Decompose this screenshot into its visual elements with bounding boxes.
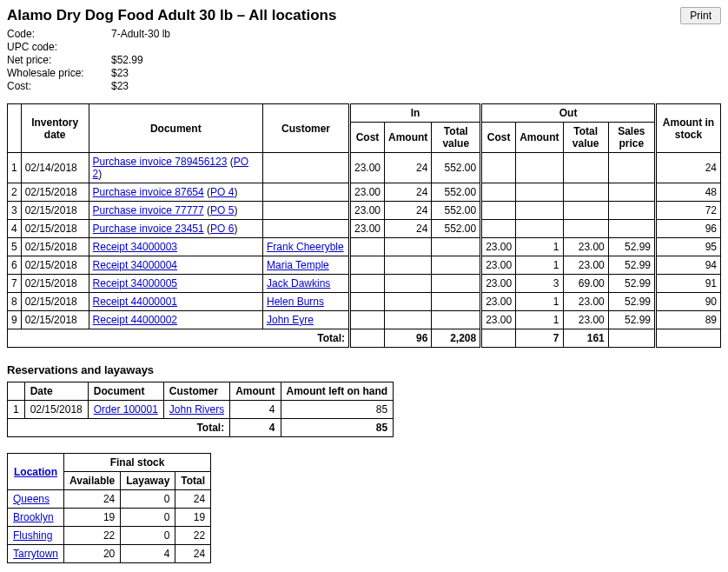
upc-label: UPC code:: [7, 41, 111, 54]
table-row: 302/15/2018Purchase invoice 77777 (PO 5)…: [8, 202, 721, 220]
res-document-cell: Order 100001: [88, 401, 163, 419]
col-layaway: Layaway: [121, 472, 175, 490]
in-total: [432, 238, 481, 256]
out-amount: 3: [516, 275, 563, 293]
row-num: 4: [8, 220, 22, 238]
inventory-table: Inventory date Document Customer In Out …: [7, 103, 721, 348]
in-cost: [349, 293, 384, 311]
in-amount: [385, 238, 432, 256]
document-link[interactable]: Receipt 34000004: [93, 259, 177, 271]
sales-price: [608, 220, 655, 238]
customer-cell: Jack Dawkins: [262, 275, 349, 293]
po-link[interactable]: PO 4: [210, 186, 234, 198]
customer-link[interactable]: Frank Cheeryble: [267, 241, 344, 253]
col-customer: Customer: [262, 104, 349, 153]
amount-in-stock: 24: [656, 153, 721, 183]
col-finalstock: Final stock: [64, 454, 211, 472]
table-row: 802/15/2018Receipt 44000001Helen Burns23…: [8, 293, 721, 311]
document-link[interactable]: Purchase invoice 789456123: [93, 156, 228, 168]
in-total: 552.00: [432, 183, 481, 202]
final-total: 24: [175, 490, 211, 509]
inventory-date: 02/15/2018: [21, 183, 89, 202]
customer-link[interactable]: John Eyre: [267, 314, 314, 326]
row-num: 3: [8, 202, 22, 220]
table-row: 102/15/2018Order 100001John Rivers485: [8, 401, 394, 419]
document-link[interactable]: Purchase invoice 87654: [93, 186, 204, 198]
location-cell: Brooklyn: [8, 509, 64, 527]
po-link[interactable]: PO 5: [210, 204, 234, 216]
row-num: 1: [8, 153, 22, 183]
location-link[interactable]: Brooklyn: [13, 511, 54, 523]
in-amount: [385, 311, 432, 329]
po-link[interactable]: PO 6: [210, 223, 234, 235]
out-total: 23.00: [563, 238, 608, 256]
out-amount: 1: [516, 238, 563, 256]
in-total: 552.00: [432, 153, 481, 183]
in-cost: [349, 256, 384, 275]
cost-value: $23: [111, 80, 129, 93]
final-available: 22: [64, 527, 121, 545]
document-link[interactable]: Receipt 34000003: [93, 241, 177, 253]
res-customer-cell: John Rivers: [163, 401, 229, 419]
document-link[interactable]: Receipt 44000002: [93, 314, 177, 326]
table-row: 902/15/2018Receipt 44000002John Eyre23.0…: [8, 311, 721, 329]
customer-cell: [262, 183, 349, 202]
document-link[interactable]: Purchase invoice 77777: [93, 204, 204, 216]
out-total: [563, 153, 608, 183]
in-total: [432, 275, 481, 293]
document-cell: Purchase invoice 77777 (PO 5): [89, 202, 262, 220]
sales-price: [608, 202, 655, 220]
res-document-link[interactable]: Order 100001: [94, 403, 158, 416]
amount-in-stock: 95: [656, 238, 721, 256]
customer-link[interactable]: Helen Burns: [267, 296, 324, 308]
inventory-date: 02/15/2018: [21, 256, 89, 275]
final-layaway: 0: [121, 527, 175, 545]
out-amount: 1: [516, 293, 563, 311]
total-in-amount: 96: [385, 329, 432, 348]
out-total: [563, 220, 608, 238]
col-amount-in-stock: Amount in stock: [656, 104, 721, 153]
print-button[interactable]: Print: [680, 7, 721, 24]
wholesale-value: $23: [111, 67, 129, 80]
document-link[interactable]: Receipt 44000001: [93, 296, 177, 308]
total-stock: [656, 329, 721, 348]
page-title: Alamo Dry Dog Food Adult 30 lb – All loc…: [7, 7, 336, 24]
document-cell: Receipt 34000003: [89, 238, 262, 256]
in-total: [432, 256, 481, 275]
location-link[interactable]: Queens: [13, 493, 50, 505]
col-location[interactable]: Location: [14, 466, 57, 478]
location-cell: Queens: [8, 490, 64, 509]
out-amount: 1: [516, 256, 563, 275]
total-out-amount: 7: [516, 329, 563, 348]
in-total: [432, 311, 481, 329]
col-out-cost: Cost: [481, 123, 516, 153]
customer-link[interactable]: Jack Dawkins: [267, 277, 330, 289]
in-cost: 23.00: [349, 202, 384, 220]
customer-link[interactable]: Maria Temple: [267, 259, 329, 271]
total-out-value: 161: [563, 329, 608, 348]
customer-cell: John Eyre: [262, 311, 349, 329]
table-row: Tarrytown20424: [8, 545, 211, 563]
amount-in-stock: 72: [656, 202, 721, 220]
out-total: [563, 202, 608, 220]
res-customer-link[interactable]: John Rivers: [169, 403, 224, 416]
document-link[interactable]: Receipt 34000005: [93, 277, 177, 289]
out-cost: 23.00: [481, 238, 516, 256]
out-cost: 23.00: [481, 311, 516, 329]
table-row: Flushing22022: [8, 527, 211, 545]
out-cost: [481, 153, 516, 183]
table-row: 502/15/2018Receipt 34000003Frank Cheeryb…: [8, 238, 721, 256]
table-row: 602/15/2018Receipt 34000004Maria Temple2…: [8, 256, 721, 275]
document-link[interactable]: Purchase invoice 23451: [93, 223, 204, 235]
document-cell: Receipt 34000005: [89, 275, 262, 293]
out-total: [563, 183, 608, 202]
col-in-cost: Cost: [349, 123, 384, 153]
amount-in-stock: 89: [656, 311, 721, 329]
in-amount: 24: [385, 183, 432, 202]
out-amount: [516, 202, 563, 220]
location-link[interactable]: Tarrytown: [13, 548, 58, 560]
location-link[interactable]: Flushing: [13, 529, 52, 542]
final-total: 24: [175, 545, 211, 563]
in-cost: 23.00: [349, 153, 384, 183]
table-row: 102/14/2018Purchase invoice 789456123 (P…: [8, 153, 721, 183]
